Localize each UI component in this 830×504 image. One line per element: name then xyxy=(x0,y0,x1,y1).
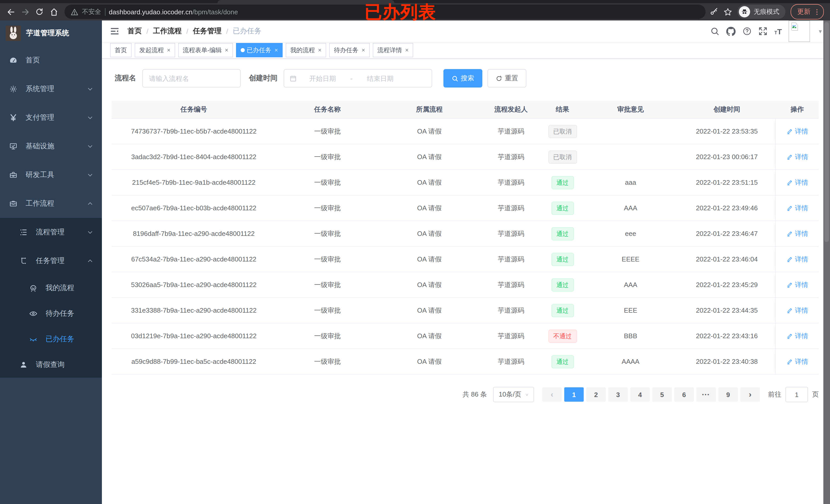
sidebar-item-todo-tasks[interactable]: 待办任务 xyxy=(0,301,102,327)
reset-button[interactable]: 重置 xyxy=(487,69,526,88)
detail-link[interactable]: 详情 xyxy=(786,280,808,289)
page-button[interactable]: 1 xyxy=(564,387,584,402)
incognito-badge[interactable]: 无痕模式 xyxy=(737,5,786,19)
sidebar-item-infra[interactable]: 基础设施 xyxy=(0,132,102,161)
cell-result: 已取消 xyxy=(542,150,583,164)
detail-link-label: 详情 xyxy=(795,306,808,315)
page-scrollbar[interactable] xyxy=(823,21,830,504)
result-badge: 通过 xyxy=(551,176,574,189)
cell-task-name: 一级审批 xyxy=(276,229,379,238)
app-logo: 芋道管理系统 xyxy=(0,21,102,46)
detail-link[interactable]: 详情 xyxy=(786,178,808,187)
page-button[interactable]: 3 xyxy=(608,387,628,402)
fullscreen-icon[interactable] xyxy=(759,27,768,36)
update-button[interactable]: 更新 xyxy=(791,4,824,20)
detail-link[interactable]: 详情 xyxy=(786,203,808,212)
close-icon[interactable]: × xyxy=(361,47,365,53)
process-name-input[interactable] xyxy=(143,74,240,82)
detail-link[interactable]: 详情 xyxy=(786,127,808,136)
cell-task-name: 一级审批 xyxy=(276,306,379,315)
reload-icon[interactable] xyxy=(33,5,46,19)
breadcrumb-task-mgmt[interactable]: 任务管理 xyxy=(193,27,222,36)
page-url[interactable]: dashboard.yudao.iocoder.cn/bpm/task/done xyxy=(109,8,238,15)
view-tab[interactable]: 首页 × xyxy=(110,43,132,57)
tags-bar: 首页 × 发起流程 × 流程表单-编辑 × 已办任务 xyxy=(102,42,830,59)
search-button[interactable]: 搜索 xyxy=(443,69,482,88)
detail-link[interactable]: 详情 xyxy=(786,357,808,366)
col-header-task-id: 任务编号 xyxy=(111,105,276,114)
sidebar-item-payment[interactable]: 支付管理 xyxy=(0,103,102,132)
view-tab[interactable]: 发起流程 × xyxy=(135,43,175,57)
chevron-down-icon[interactable]: ▼ xyxy=(818,28,823,34)
page-size-select[interactable]: 10条/页 ˅ xyxy=(493,387,534,402)
page-button[interactable]: 6 xyxy=(674,387,694,402)
sidebar-item-devtools[interactable]: 研发工具 xyxy=(0,161,102,189)
view-tab[interactable]: 我的流程 × xyxy=(286,43,326,57)
detail-link[interactable]: 详情 xyxy=(786,255,808,264)
goto-page-input[interactable] xyxy=(786,387,808,402)
breadcrumb-home[interactable]: 首页 xyxy=(127,27,142,36)
font-size-icon[interactable]: TT xyxy=(774,27,782,36)
close-icon[interactable]: × xyxy=(167,47,170,53)
home-icon[interactable] xyxy=(47,5,60,19)
insecure-label[interactable]: 不安全 xyxy=(82,7,101,16)
next-page-button[interactable]: › xyxy=(740,387,760,402)
hamburger-icon[interactable] xyxy=(110,27,119,36)
key-icon[interactable] xyxy=(710,7,719,16)
cell-task-id: ec507ae6-7b9a-11ec-b03b-acde48001122 xyxy=(111,204,276,212)
detail-link[interactable]: 详情 xyxy=(786,229,808,238)
breadcrumb-separator: / xyxy=(226,27,228,35)
detail-link[interactable]: 详情 xyxy=(786,306,808,315)
cell-actions: 详情 xyxy=(775,196,819,221)
start-date-input[interactable] xyxy=(298,74,347,82)
view-tab[interactable]: 流程表单-编辑 × xyxy=(178,43,233,57)
star-icon[interactable] xyxy=(724,7,732,16)
search-icon[interactable] xyxy=(710,27,720,36)
close-icon[interactable]: × xyxy=(225,47,228,53)
scrollbar-thumb[interactable] xyxy=(824,22,829,242)
sidebar-item-my-process[interactable]: 我的流程 xyxy=(0,275,102,301)
result-badge: 不通过 xyxy=(548,329,577,343)
cell-created: 2022-01-22 23:53:35 xyxy=(678,127,775,135)
page-button[interactable]: 9 xyxy=(719,387,738,402)
sidebar-item-task-mgmt[interactable]: 任务管理 xyxy=(0,247,102,275)
page-button[interactable]: 2 xyxy=(586,387,606,402)
forward-icon[interactable] xyxy=(19,5,32,19)
page-size-value: 10条/页 xyxy=(499,390,521,399)
page-button[interactable]: 4 xyxy=(630,387,650,402)
detail-link-label: 详情 xyxy=(795,229,808,238)
cell-task-name: 一级审批 xyxy=(276,152,379,161)
back-icon[interactable] xyxy=(4,5,18,19)
page-button[interactable]: ••• xyxy=(696,387,716,402)
gear-icon xyxy=(9,85,18,93)
detail-link[interactable]: 详情 xyxy=(786,331,808,340)
close-icon[interactable]: × xyxy=(275,47,278,53)
col-header-actions: 操作 xyxy=(775,101,819,118)
sidebar-item-home[interactable]: 首页 xyxy=(0,46,102,75)
sidebar-item-leave-query[interactable]: 请假查询 xyxy=(0,352,102,378)
sidebar-item-process-mgmt[interactable]: 流程管理 xyxy=(0,218,102,247)
cell-result: 通过 xyxy=(542,278,583,292)
view-tab[interactable]: 待办任务 × xyxy=(329,43,370,57)
logo-image xyxy=(6,26,21,41)
sidebar-item-workflow[interactable]: 工作流程 xyxy=(0,189,102,218)
edit-icon xyxy=(786,281,793,288)
detail-link[interactable]: 详情 xyxy=(786,152,808,161)
avatar[interactable] xyxy=(789,21,810,42)
sidebar-item-done-tasks[interactable]: 已办任务 xyxy=(0,327,102,352)
close-icon[interactable]: × xyxy=(405,47,409,53)
prev-page-button[interactable]: ‹ xyxy=(542,387,562,402)
date-range-picker[interactable]: - xyxy=(284,69,432,88)
end-date-input[interactable] xyxy=(356,74,405,82)
sidebar-item-system[interactable]: 系统管理 xyxy=(0,75,102,103)
view-tab[interactable]: 流程详情 × xyxy=(373,43,413,57)
view-tab[interactable]: 已办任务 × xyxy=(236,43,283,57)
result-badge: 已取消 xyxy=(548,125,577,138)
close-icon[interactable]: × xyxy=(318,47,322,53)
github-icon[interactable] xyxy=(726,26,736,36)
total-count: 共 86 条 xyxy=(462,390,487,399)
breadcrumb-workflow[interactable]: 工作流程 xyxy=(153,27,182,36)
help-icon[interactable] xyxy=(743,27,752,36)
cell-result: 通过 xyxy=(542,227,583,240)
page-button[interactable]: 5 xyxy=(652,387,672,402)
